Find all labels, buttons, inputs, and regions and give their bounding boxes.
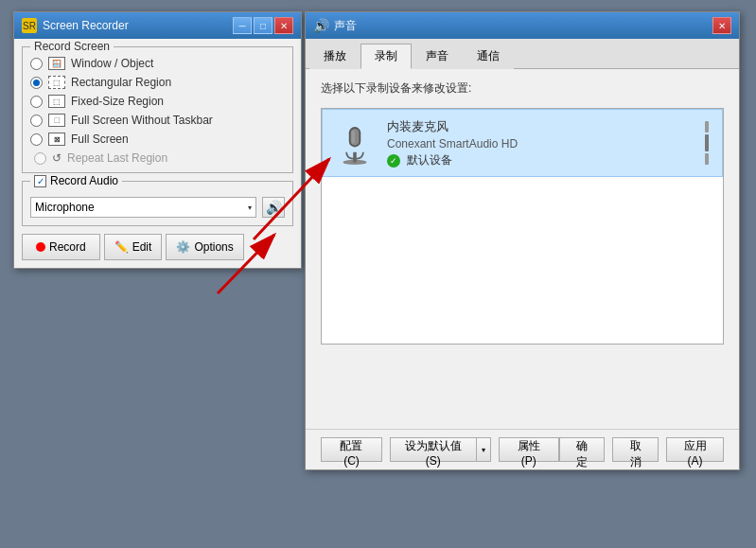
chevron-down-icon: ▾ bbox=[248, 203, 252, 212]
radio-fixed[interactable] bbox=[30, 96, 43, 108]
radio-full[interactable] bbox=[30, 133, 43, 146]
radio-fullnotask[interactable] bbox=[30, 115, 43, 127]
record-audio-checkbox[interactable]: ✓ bbox=[34, 175, 46, 187]
apply-button[interactable]: 应用(A) bbox=[666, 437, 724, 462]
edit-button[interactable]: ✏️ Edit bbox=[104, 234, 163, 260]
sound-title-icon: 🔊 bbox=[313, 18, 328, 33]
edit-icon: ✏️ bbox=[114, 240, 129, 254]
repeat-label: Repeat Last Region bbox=[67, 151, 167, 165]
record-screen-group-title: Record Screen bbox=[30, 40, 114, 53]
screen-recorder-title: Screen Recorder bbox=[43, 19, 233, 32]
tab-playback[interactable]: 播放 bbox=[309, 44, 360, 69]
window-icon: 🪟 bbox=[48, 57, 65, 70]
bar-3 bbox=[705, 153, 709, 165]
repeat-row[interactable]: ↺ Repeat Last Region bbox=[30, 151, 285, 165]
options-button-label: Options bbox=[194, 240, 233, 254]
bar-2 bbox=[705, 134, 709, 151]
set-default-arrow[interactable]: ▾ bbox=[477, 437, 491, 462]
radio-row-fixed[interactable]: ⬚ Fixed-Size Region bbox=[30, 95, 285, 108]
record-button[interactable]: Record bbox=[22, 234, 100, 260]
bar-1 bbox=[705, 121, 709, 133]
minimize-button[interactable]: ─ bbox=[233, 17, 252, 34]
microphone-dropdown[interactable]: Microphone ▾ bbox=[30, 197, 256, 218]
cancel-button[interactable]: 取消 bbox=[612, 437, 659, 462]
fixed-icon: ⬚ bbox=[48, 95, 65, 108]
sound-bottom-right: 确定 取消 应用(A) bbox=[559, 437, 724, 462]
sound-bottom-left: 配置(C) 设为默认值(S) ▾ 属性(P) bbox=[321, 437, 559, 462]
tab-sounds[interactable]: 声音 bbox=[412, 44, 463, 69]
radio-rect[interactable] bbox=[30, 77, 43, 89]
radio-label-fixed: Fixed-Size Region bbox=[71, 95, 164, 108]
device-default-label: ✓ 默认设备 bbox=[387, 152, 692, 168]
radio-row-full[interactable]: ⊠ Full Screen bbox=[30, 133, 285, 146]
microphone-icon bbox=[336, 120, 374, 166]
device-model: Conexant SmartAudio HD bbox=[387, 137, 692, 150]
device-icon-area bbox=[332, 120, 378, 166]
record-audio-title-row: ✓ Record Audio bbox=[30, 174, 122, 187]
maximize-button[interactable]: □ bbox=[254, 17, 273, 34]
radio-row-window[interactable]: 🪟 Window / Object bbox=[30, 57, 285, 70]
sound-body: 选择以下录制设备来修改设置: bbox=[306, 69, 739, 429]
radio-label-fullnotask: Full Screen Without Taskbar bbox=[71, 114, 213, 127]
ok-button[interactable]: 确定 bbox=[559, 437, 606, 462]
sound-close-button[interactable]: ✕ bbox=[712, 17, 731, 34]
edit-button-label: Edit bbox=[132, 240, 152, 254]
set-default-button[interactable]: 设为默认值(S) bbox=[390, 437, 477, 462]
bottom-buttons: Record ✏️ Edit ⚙️ Options bbox=[22, 234, 293, 260]
screen-recorder-window: SR Screen Recorder ─ □ ✕ Record Screen 🪟… bbox=[13, 11, 302, 269]
radio-repeat[interactable] bbox=[34, 152, 46, 165]
sound-window: 🔊 声音 ✕ 播放 录制 声音 通信 选择以下录制设备来修改设置: bbox=[305, 11, 740, 470]
svg-rect-4 bbox=[351, 131, 355, 144]
record-button-label: Record bbox=[49, 240, 86, 254]
device-list: 内装麦克风 Conexant SmartAudio HD ✓ 默认设备 bbox=[321, 108, 724, 345]
tab-communications[interactable]: 通信 bbox=[463, 44, 514, 69]
audio-settings-button[interactable]: 🔊 bbox=[262, 197, 285, 218]
repeat-icon: ↺ bbox=[52, 151, 62, 165]
radio-label-window: Window / Object bbox=[71, 57, 153, 70]
screen-recorder-titlebar: SR Screen Recorder ─ □ ✕ bbox=[14, 12, 301, 39]
green-check-icon: ✓ bbox=[387, 154, 400, 168]
sound-instruction: 选择以下录制设备来修改设置: bbox=[321, 80, 724, 97]
sound-tabs: 播放 录制 声音 通信 bbox=[306, 39, 739, 69]
device-info: 内装麦克风 Conexant SmartAudio HD ✓ 默认设备 bbox=[387, 118, 692, 168]
sound-bottom: 配置(C) 设为默认值(S) ▾ 属性(P) 确定 取消 应用(A) bbox=[306, 429, 739, 469]
options-button[interactable]: ⚙️ Options bbox=[166, 234, 243, 260]
record-dot-icon bbox=[36, 242, 45, 252]
full-icon: ⊠ bbox=[48, 133, 65, 146]
sound-titlebar: 🔊 声音 ✕ bbox=[306, 12, 739, 39]
tab-recording[interactable]: 录制 bbox=[360, 44, 412, 69]
audio-controls: Microphone ▾ 🔊 bbox=[30, 197, 285, 218]
dropdown-value: Microphone bbox=[35, 201, 95, 214]
device-name: 内装麦克风 bbox=[387, 118, 692, 135]
record-audio-section: ✓ Record Audio Microphone ▾ 🔊 bbox=[22, 181, 293, 226]
sound-window-title: 声音 bbox=[334, 18, 712, 34]
screen-recorder-icon: SR bbox=[22, 18, 37, 33]
radio-row-fullnotask[interactable]: ⬚ Full Screen Without Taskbar bbox=[30, 114, 285, 127]
set-default-group: 设为默认值(S) ▾ bbox=[390, 437, 491, 462]
radio-label-rect: Rectangular Region bbox=[71, 76, 171, 89]
close-button[interactable]: ✕ bbox=[274, 17, 293, 34]
configure-button[interactable]: 配置(C) bbox=[321, 437, 382, 462]
svg-rect-1 bbox=[353, 152, 357, 163]
properties-button[interactable]: 属性(P) bbox=[499, 437, 559, 462]
radio-label-full: Full Screen bbox=[71, 133, 129, 146]
fullnotask-icon: ⬚ bbox=[48, 114, 65, 127]
rect-icon: ⬚ bbox=[48, 76, 65, 89]
titlebar-buttons: ─ □ ✕ bbox=[233, 17, 293, 34]
window-content: Record Screen 🪟 Window / Object ⬚ Rectan… bbox=[14, 39, 301, 268]
gear-icon: ⚙️ bbox=[176, 240, 190, 254]
device-item[interactable]: 内装麦克风 Conexant SmartAudio HD ✓ 默认设备 bbox=[322, 109, 723, 177]
radio-window[interactable] bbox=[30, 58, 43, 70]
radio-row-rect[interactable]: ⬚ Rectangular Region bbox=[30, 76, 285, 89]
record-screen-group: Record Screen 🪟 Window / Object ⬚ Rectan… bbox=[22, 46, 293, 173]
device-right-icon bbox=[701, 117, 712, 168]
record-audio-label: Record Audio bbox=[50, 174, 118, 187]
